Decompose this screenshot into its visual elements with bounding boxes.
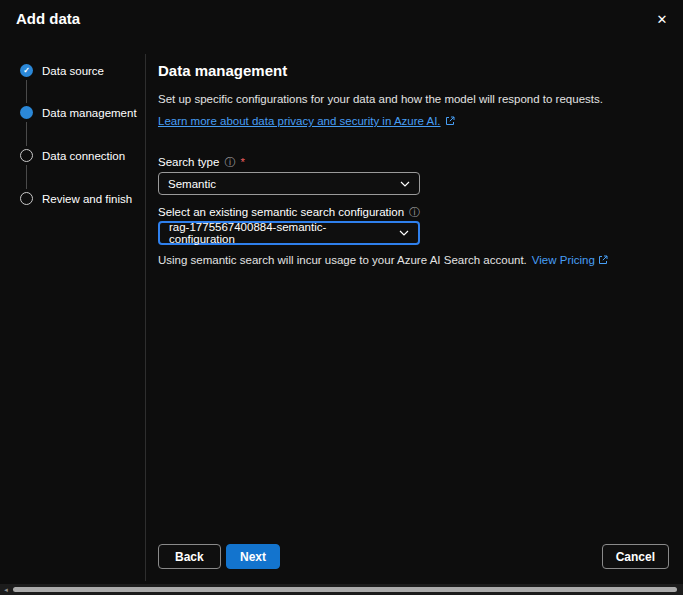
step-connector [26,80,27,103]
semantic-config-value: rag-1775567400884-semantic-configuration [169,221,391,245]
back-button[interactable]: Back [158,544,221,569]
close-icon: ✕ [657,12,668,27]
view-pricing-link[interactable]: View Pricing [532,254,608,266]
next-button[interactable]: Next [226,544,280,569]
semantic-config-label-row: Select an existing semantic search confi… [158,206,420,218]
required-asterisk: * [240,156,244,168]
chevron-down-icon [400,181,410,187]
privacy-link[interactable]: Learn more about data privacy and securi… [158,115,455,127]
chevron-down-icon [399,230,409,236]
privacy-link-text: Learn more about data privacy and securi… [158,115,441,127]
search-type-value: Semantic [168,178,216,190]
step-completed-indicator: ✓ [20,64,33,77]
page-description: Set up specific configurations for your … [158,93,603,105]
close-button[interactable]: ✕ [651,8,673,30]
step-label: Data source [42,65,104,77]
step-data-connection: Data connection [20,149,125,162]
step-label: Data connection [42,150,125,162]
page-heading: Data management [158,62,287,79]
step-data-management[interactable]: Data management [20,106,137,119]
search-type-dropdown[interactable]: Semantic [158,172,420,195]
horizontal-scrollbar[interactable]: ◄ [0,584,683,595]
pricing-note-text: Using semantic search will incur usage t… [158,254,527,266]
step-label: Review and finish [42,193,132,205]
external-link-icon [445,116,455,126]
info-icon[interactable]: ⓘ [224,157,235,168]
step-review-and-finish: Review and finish [20,192,132,205]
external-link-icon [598,255,608,265]
search-type-label: Search type [158,156,219,168]
cancel-button[interactable]: Cancel [602,544,669,569]
info-icon[interactable]: ⓘ [409,207,420,218]
pricing-note: Using semantic search will incur usage t… [158,254,608,266]
step-label: Data management [42,107,137,119]
vertical-divider [145,54,146,581]
dialog-title: Add data [16,10,80,27]
step-upcoming-indicator [20,149,33,162]
search-type-label-row: Search type ⓘ * [158,156,245,168]
add-data-dialog: Add data ✕ ✓ Data source Data management… [0,0,683,595]
scroll-left-button[interactable]: ◄ [0,584,12,595]
scrollbar-thumb[interactable] [13,587,677,592]
step-data-source[interactable]: ✓ Data source [20,64,104,77]
step-connector [26,165,27,189]
check-icon: ✓ [23,67,30,75]
wizard-steps: ✓ Data source Data management Data conne… [20,64,142,210]
step-current-indicator [20,106,33,119]
semantic-config-label: Select an existing semantic search confi… [158,206,404,218]
step-connector [26,122,27,146]
step-upcoming-indicator [20,192,33,205]
semantic-config-dropdown[interactable]: rag-1775567400884-semantic-configuration [158,221,420,245]
view-pricing-text: View Pricing [532,254,595,266]
